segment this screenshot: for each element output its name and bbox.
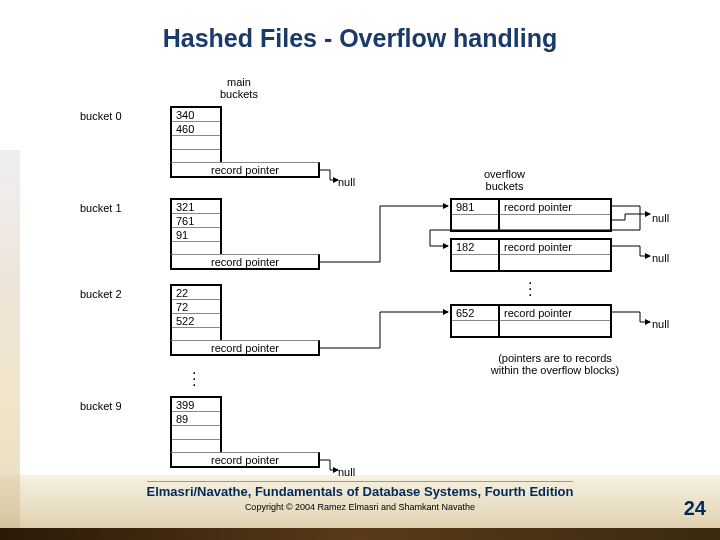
bucket2-table: 22 72 522	[170, 284, 222, 344]
bucket2-row0: 22	[172, 286, 220, 300]
bucket1-row1: 761	[172, 214, 220, 228]
ovf981-blank	[452, 215, 498, 230]
bucket2-row2: 522	[172, 314, 220, 328]
bucket2-label: bucket 2	[80, 288, 122, 300]
bucket1-row2: 91	[172, 228, 220, 242]
overflow-981: 981 record pointer	[450, 198, 612, 232]
bucket0-pointer: record pointer	[170, 162, 320, 178]
bucket0-table: 340 460	[170, 106, 222, 166]
null-9: null	[338, 466, 355, 478]
overflow-note: (pointers are to records within the over…	[480, 352, 630, 376]
ovf981-blank2	[500, 215, 610, 230]
ovf182-blank2	[500, 255, 610, 270]
bucket0-row1: 460	[172, 122, 220, 136]
footer-copyright: Copyright © 2004 Ramez Elmasri and Shamk…	[0, 502, 720, 512]
bucket9-row1: 89	[172, 412, 220, 426]
ovf652-key: 652	[452, 306, 498, 321]
footer: Elmasri/Navathe, Fundamentals of Databas…	[0, 481, 720, 512]
bucket1-label: bucket 1	[80, 202, 122, 214]
ovf981-key: 981	[452, 200, 498, 215]
overflow-652: 652 record pointer	[450, 304, 612, 338]
overflow-182: 182 record pointer	[450, 238, 612, 272]
footer-credit: Elmasri/Navathe, Fundamentals of Databas…	[147, 481, 574, 499]
ellipsis-main: ···	[192, 370, 196, 388]
bucket0-row0: 340	[172, 108, 220, 122]
slide-title: Hashed Files - Overflow handling	[0, 24, 720, 53]
bucket2-row1: 72	[172, 300, 220, 314]
ovf182-blank	[452, 255, 498, 270]
main-buckets-label: main buckets	[220, 76, 258, 100]
bucket1-table: 321 761 91	[170, 198, 222, 258]
null-981: null	[652, 212, 669, 224]
ovf652-blank2	[500, 321, 610, 336]
bucket2-pointer: record pointer	[170, 340, 320, 356]
ovf182-key: 182	[452, 240, 498, 255]
bucket9-row0: 399	[172, 398, 220, 412]
null-652: null	[652, 318, 669, 330]
bucket9-table: 399 89	[170, 396, 222, 456]
bucket1-row0: 321	[172, 200, 220, 214]
bucket9-label: bucket 9	[80, 400, 122, 412]
hash-overflow-diagram: main buckets overflow buckets bucket 0 3…	[80, 82, 690, 482]
ovf981-ptr: record pointer	[500, 200, 610, 215]
bucket9-row2	[172, 426, 220, 440]
overflow-buckets-label: overflow buckets	[484, 168, 525, 192]
bucket0-row2	[172, 136, 220, 150]
decorative-bottom-bar	[0, 528, 720, 540]
ovf652-blank	[452, 321, 498, 336]
ovf652-ptr: record pointer	[500, 306, 610, 321]
bucket1-pointer: record pointer	[170, 254, 320, 270]
null-0: null	[338, 176, 355, 188]
ellipsis-overflow: ···	[528, 280, 532, 298]
ovf182-ptr: record pointer	[500, 240, 610, 255]
null-182: null	[652, 252, 669, 264]
bucket9-pointer: record pointer	[170, 452, 320, 468]
page-number: 24	[684, 497, 706, 520]
bucket0-label: bucket 0	[80, 110, 122, 122]
